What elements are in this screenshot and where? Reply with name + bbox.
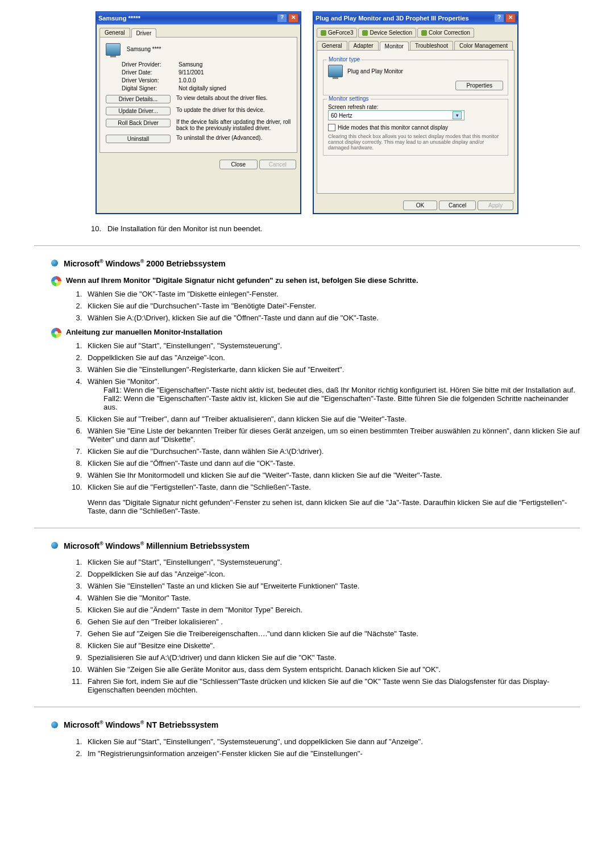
dialog-tabs-row2: General Adapter Monitor Troubleshoot Col… <box>317 41 515 50</box>
nvidia-icon <box>421 30 427 36</box>
tab-troubleshoot[interactable]: Troubleshoot <box>410 41 453 50</box>
close-icon[interactable]: ✕ <box>505 14 516 23</box>
list-item: Spezialisieren Sie auf A:\(D:\driver) un… <box>84 653 580 662</box>
date-value: 9/11/2001 <box>179 69 204 76</box>
list-item: Wählen Sie "Einstellen" Taste an und kli… <box>84 582 580 590</box>
tab-color-correction[interactable]: Color Correction <box>417 28 474 37</box>
list-item: Klicken Sie auf "Besitze eine Diskette". <box>84 641 580 650</box>
group-legend: Monitor type <box>327 56 362 62</box>
list-item: Klicken Sie auf die "Durchsuchen"-Taste … <box>84 302 580 310</box>
dialog-body: Monitor type Plug and Play Monitor Prope… <box>317 50 515 194</box>
date-label: Driver Date: <box>122 69 179 76</box>
list-item: Wählen Sie A:(D:\Driver), klicken Sie au… <box>84 314 580 322</box>
signer-label: Digital Signer: <box>122 85 179 91</box>
driver-properties-dialog: Samsung ***** ? ✕ General Driver Samsung… <box>96 11 301 214</box>
refresh-rate-select[interactable]: 60 Hertz ▾ <box>328 110 464 120</box>
hide-modes-label: Hide modes that this monitor cannot disp… <box>338 124 448 131</box>
list-item: Wählen Sie die "OK"-Taste im "Diskette e… <box>84 290 580 298</box>
tab-color-management[interactable]: Color Management <box>454 41 513 50</box>
ok-button[interactable]: OK <box>403 201 437 210</box>
apply-button: Apply <box>478 201 513 210</box>
separator <box>34 245 580 246</box>
driver-details-desc: To view details about the driver files. <box>176 95 291 101</box>
fall2-text: Fall2: Wenn die "Eigenschaften"-Taste ak… <box>103 394 580 411</box>
monitor-icon <box>106 43 121 56</box>
dialog-title: Samsung ***** <box>98 15 276 22</box>
cd-icon <box>51 276 61 286</box>
tab-driver[interactable]: Driver <box>131 28 157 37</box>
uninstall-desc: To uninstall the driver (Advanced). <box>176 135 291 141</box>
close-button[interactable]: Close <box>219 160 258 169</box>
update-driver-button[interactable]: Update Driver... <box>106 107 171 115</box>
help-icon[interactable]: ? <box>494 14 504 23</box>
version-label: Driver Version: <box>122 77 179 84</box>
dialogs-row: Samsung ***** ? ✕ General Driver Samsung… <box>34 11 580 214</box>
monitor-settings-group: Monitor settings Screen refresh rate: 60… <box>323 99 508 156</box>
subheading-signature: Wenn auf Ihrem Monitor "Digitale Signatu… <box>51 276 580 286</box>
sphere-bullet-icon <box>51 260 58 266</box>
list-item: Klicken Sie auf die "Öffnen"-Taste und d… <box>84 459 580 468</box>
hide-modes-note: Clearing this check box allows you to se… <box>328 133 503 151</box>
tab-general[interactable]: General <box>317 41 347 50</box>
list-item: Doppelklicken Sie auf das "Anzeige"-Icon… <box>84 353 580 362</box>
hide-modes-checkbox[interactable]: Hide modes that this monitor cannot disp… <box>328 124 503 131</box>
nvidia-icon <box>321 30 326 36</box>
section-heading-winnt: Microsoft® Windows® NT Betriebssystem <box>51 720 580 729</box>
tail-text: Wenn das "Digitale Signatur nicht gefund… <box>88 498 567 515</box>
dialog-titlebar: Samsung ***** ? ✕ <box>96 12 301 24</box>
provider-label: Driver Provider: <box>122 61 179 68</box>
section-heading-winme: Microsoft® Windows® Millennium Betriebss… <box>51 541 580 550</box>
help-icon[interactable]: ? <box>277 14 287 23</box>
checkbox-box[interactable] <box>328 124 335 131</box>
tab-adapter[interactable]: Adapter <box>349 41 379 50</box>
list-item: Klicken Sie auf "Start", "Einstellungen"… <box>84 558 580 566</box>
fall1-text: Fall1: Wenn die "Eigenschaften"-Taste ni… <box>103 386 580 394</box>
list-item: Fahren Sie fort, indem Sie auf die "Schl… <box>84 677 580 694</box>
tab-general[interactable]: General <box>99 28 130 37</box>
close-icon[interactable]: ✕ <box>288 14 298 23</box>
group-legend: Monitor settings <box>327 95 371 102</box>
cd-icon <box>51 328 61 338</box>
list-item: Klicken Sie auf "Start", "Einstellungen"… <box>84 737 580 746</box>
step-10-text: 10. Die Installation für den Monitor ist… <box>91 224 580 233</box>
list-item: Klicken Sie auf die "Fertigstellen"-Tast… <box>84 483 580 515</box>
uninstall-button[interactable]: Uninstall <box>106 135 171 143</box>
dialog-body: Samsung **** Driver Provider:Samsung Dri… <box>99 37 297 153</box>
list-item: Wählen Sie "Eine Liste der bekannten Tre… <box>84 427 580 444</box>
list-item: Wählen Sie "Zeigen Sie alle Geräte Monit… <box>84 665 580 674</box>
list-item: Doppelklicken Sie auf das "Anzeige"-Icon… <box>84 570 580 578</box>
dialog-tabs: GeForce3 Device Selection Color Correcti… <box>317 28 515 37</box>
rollback-driver-desc: If the device fails after updating the d… <box>176 119 291 131</box>
subheading-manual-install: Anleitung zur manuellen Monitor-Installa… <box>51 328 580 338</box>
signer-value: Not digitally signed <box>179 85 226 91</box>
rollback-driver-button[interactable]: Roll Back Driver <box>106 119 171 127</box>
provider-value: Samsung <box>179 61 202 68</box>
list-item: Im "Registrierungsinformation anzeigen"-… <box>84 749 580 758</box>
separator <box>34 528 580 528</box>
list-item: Gehen Sie auf "Zeigen Sie die Treibereig… <box>84 629 580 638</box>
list-item: Wählen Sie die "Monitor" Taste. <box>84 594 580 602</box>
tab-monitor[interactable]: Monitor <box>380 41 409 51</box>
section-heading-win2000: Microsoft® Windows® 2000 Betriebssystem <box>51 258 580 268</box>
sphere-bullet-icon <box>51 542 58 549</box>
version-value: 1.0.0.0 <box>179 77 196 84</box>
sphere-bullet-icon <box>51 721 58 728</box>
separator <box>34 707 580 707</box>
list-item: Wählen Sie Ihr Monitormodell und klicken… <box>84 471 580 479</box>
chevron-down-icon[interactable]: ▾ <box>453 111 462 119</box>
steps-list: Klicken Sie auf "Start", "Einstellungen"… <box>67 558 580 694</box>
tab-device-selection[interactable]: Device Selection <box>358 28 416 37</box>
list-item: Gehen Sie auf den "Treiber lokalisieren"… <box>84 617 580 626</box>
list-item: Klicken Sie auf die "Ändern" Taste in de… <box>84 606 580 614</box>
dialog-titlebar: Plug and Play Monitor and 3D Prophet III… <box>313 12 518 24</box>
cancel-button[interactable]: Cancel <box>439 201 476 210</box>
tab-geforce[interactable]: GeForce3 <box>317 28 357 37</box>
device-name: Samsung **** <box>127 46 161 52</box>
properties-button[interactable]: Properties <box>455 81 503 90</box>
steps-list: Klicken Sie auf "Start", "Einstellungen"… <box>67 737 580 758</box>
driver-details-button[interactable]: Driver Details... <box>106 95 171 103</box>
monitor-type-group: Monitor type Plug and Play Monitor Prope… <box>323 60 508 95</box>
dialog-tabs: General Driver <box>99 28 297 37</box>
monitor-name: Plug and Play Monitor <box>347 68 403 74</box>
list-item: Klicken Sie auf "Start", "Einstellungen"… <box>84 341 580 350</box>
